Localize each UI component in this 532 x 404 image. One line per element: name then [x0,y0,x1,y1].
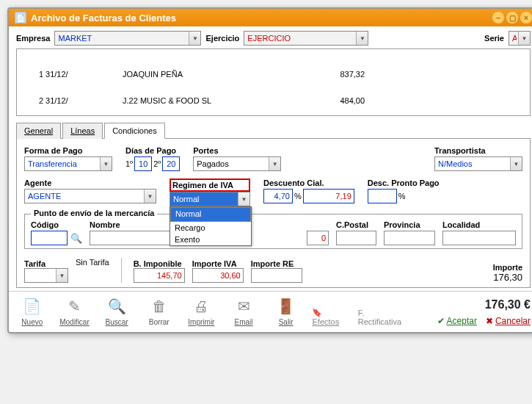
importe-re-label: Importe RE [251,259,302,268]
nuevo-button[interactable]: 📄 Nuevo [16,296,48,326]
portes-label: Portes [193,146,281,155]
importe-value: 176,30 [493,272,522,283]
modificar-button[interactable]: ✎ Modificar [59,296,91,326]
regimen-iva-label: Regimen de IVA [172,181,233,190]
dias1-input[interactable] [134,156,152,171]
serie-select[interactable] [509,31,531,46]
empresa-label: Empresa [16,34,50,43]
desc-cial-amt-input[interactable] [303,189,354,203]
serie-label: Serie [484,34,504,43]
regimen-option-normal[interactable]: Normal [170,207,251,222]
list-item[interactable]: 2 31/12/ J.22 MUSIC & FOOD SL 484,00 [21,96,525,105]
regimen-iva-dropdown[interactable]: Normal Recargo Exento [170,206,252,246]
ejercicio-label: Ejercicio [205,34,239,43]
tab-general[interactable]: General [16,123,61,139]
ship-provincia-label: Provincia [384,220,435,229]
desc-pp-pct-input[interactable] [368,189,397,203]
invoice-list[interactable]: 1 31/12/ JOAQUIN PEÑA 837,32 2 31/12/ J.… [16,48,531,116]
trash-icon: 🗑 [149,296,170,317]
ship-cpostal-label: C.Postal [336,220,376,229]
agente-select[interactable] [24,189,156,203]
ejercicio-select[interactable] [244,31,368,46]
cancelar-button[interactable]: ✖ Cancelar [486,316,531,326]
dias2-input[interactable] [162,156,180,171]
dias1-label: 1º [125,159,133,168]
aceptar-button[interactable]: ✔ Aceptar [437,316,477,326]
empresa-select[interactable] [54,31,201,46]
desc-pp-label: Desc. Pronto Pago [368,178,440,187]
titlebar: 📄 Archivo de Facturas de Clientes – ▢ × [9,9,532,26]
salir-button[interactable]: 🚪 Salir [270,296,302,326]
email-button[interactable]: ✉ Email [227,296,260,326]
regimen-iva-select[interactable] [170,192,250,206]
ship-qty-input[interactable] [307,231,329,245]
invoice-archive-window: 📄 Archivo de Facturas de Clientes – ▢ × … [7,7,532,333]
transportista-select[interactable] [434,156,522,171]
importe-iva-input[interactable] [192,268,244,283]
dias2-label: 2º [153,159,161,168]
new-icon: 📄 [22,296,43,317]
dias-pago-label: Días de Pago [125,146,180,155]
search-icon[interactable]: 🔍 [70,233,82,244]
desc-cial-label: Descuento Cial. [263,178,354,187]
forma-pago-label: Forma de Pago [24,146,112,155]
grand-total: 176,30 € [485,298,531,311]
ship-codigo-input[interactable] [31,231,68,245]
rectificativa-link[interactable]: F. Rectificativa [358,309,405,326]
regimen-option-exento[interactable]: Exento [170,234,251,245]
regimen-iva-highlight: Regimen de IVA [170,178,250,192]
minimize-button[interactable]: – [492,12,504,24]
shipping-title: Punto de envío de la mercancía [31,209,157,217]
tarifa-text: Sin Tarifa [76,258,109,267]
borrar-button[interactable]: 🗑 Borrar [143,296,175,326]
efectos-link[interactable]: 🔖 Efectos [312,308,347,326]
list-item[interactable]: 1 31/12/ JOAQUIN PEÑA 837,32 [21,70,525,79]
ship-localidad-label: Localidad [442,220,516,229]
tarifa-label: Tarifa [24,259,68,268]
search-icon: 🔍 [106,296,127,317]
tab-lineas[interactable]: Líneas [62,123,103,139]
exit-icon: 🚪 [276,296,296,317]
print-icon: 🖨 [191,296,211,317]
ship-localidad-input[interactable] [442,231,516,245]
app-icon: 📄 [15,12,26,24]
forma-pago-select[interactable] [24,156,112,171]
importe-re-input[interactable] [251,268,302,283]
tab-panel-condiciones: Forma de Pago ▼ Días de Pago 1º 2º [16,139,531,288]
bimponible-input[interactable] [134,268,185,283]
portes-select[interactable] [193,156,281,171]
toolbar: 📄 Nuevo ✎ Modificar 🔍 Buscar 🗑 Borrar 🖨 … [9,291,532,332]
maximize-button[interactable]: ▢ [506,12,518,24]
transportista-label: Transportista [434,146,522,155]
edit-icon: ✎ [64,296,84,317]
ship-codigo-label: Código [31,220,82,229]
buscar-button[interactable]: 🔍 Buscar [101,296,133,326]
importe-label: Importe [493,263,522,272]
close-button[interactable]: × [520,12,532,24]
desc-cial-pct-input[interactable] [263,189,293,203]
ship-provincia-input[interactable] [384,231,435,245]
ship-cpostal-input[interactable] [336,231,376,245]
imprimir-button[interactable]: 🖨 Imprimir [186,296,218,326]
tab-condiciones[interactable]: Condiciones [104,123,165,139]
regimen-option-recargo[interactable]: Recargo [170,222,251,234]
importe-iva-label: Importe IVA [192,259,244,268]
agente-label: Agente [24,178,156,187]
bimponible-label: B. Imponible [134,259,185,268]
tarifa-select[interactable] [24,268,68,283]
window-title: Archivo de Facturas de Clientes [31,12,490,24]
tabs: General Líneas Condiciones [16,122,531,139]
mail-icon: ✉ [233,296,254,317]
shipping-fieldset: Punto de envío de la mercancía Código 🔍 … [24,214,522,249]
